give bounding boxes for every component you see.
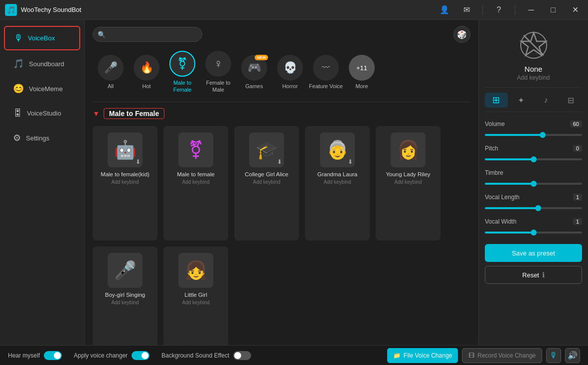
cat-horror-circle: 💀 bbox=[277, 55, 303, 81]
reset-button[interactable]: Reset ℹ bbox=[485, 266, 582, 284]
cat-more[interactable]: +11 More bbox=[344, 53, 380, 91]
card-keybind-m2f-kid[interactable]: Add keybind bbox=[111, 179, 139, 185]
section-arrow[interactable]: ▼ bbox=[93, 110, 100, 118]
voice-card-college-girl[interactable]: 🎓 ⬇ College Girl Alice Add keybind bbox=[234, 126, 299, 241]
download-icon-2: ⬇ bbox=[277, 158, 282, 165]
bg-sound-toggle[interactable] bbox=[233, 351, 251, 360]
card-keybind-young-lady[interactable]: Add keybind bbox=[394, 179, 422, 185]
voice-card-m2f[interactable]: ⚧ Male to female Add keybind bbox=[163, 126, 228, 241]
voice-card-m2f-kid[interactable]: 🤖 ⬇ Male to female(kid) Add keybind bbox=[93, 126, 157, 241]
voice-card-young-lady[interactable]: 👩 Young Lady Riley Add keybind bbox=[376, 126, 441, 241]
cat-hot[interactable]: 🔥 Hot bbox=[129, 53, 164, 91]
voice-card-grandma[interactable]: 👵 ⬇ Grandma Laura Add keybind bbox=[305, 126, 370, 241]
search-wrap: 🔍 bbox=[93, 27, 202, 42]
help-icon[interactable]: ? bbox=[491, 2, 507, 18]
vocal-width-value: 1 bbox=[573, 218, 582, 225]
hear-myself-thumb bbox=[54, 352, 61, 359]
card-keybind-grandma[interactable]: Add keybind bbox=[323, 179, 351, 185]
main-layout: 🎙 VoiceBox 🎵 Soundboard 😊 VoiceMeme 🎛 Vo… bbox=[0, 20, 588, 365]
vocal-length-slider[interactable] bbox=[485, 207, 582, 209]
random-button[interactable]: 🎲 bbox=[453, 26, 470, 43]
vocal-width-label: Vocal Width bbox=[485, 218, 516, 225]
cat-more-circle: +11 bbox=[349, 55, 375, 81]
sidebar-label-voicememe: VoiceMeme bbox=[29, 85, 63, 93]
bg-sound-control: Background Sound Effect bbox=[161, 351, 251, 360]
tab-eq[interactable]: ⊟ bbox=[559, 93, 582, 108]
vocal-width-slider[interactable] bbox=[485, 232, 582, 234]
new-badge: NEW bbox=[255, 55, 268, 60]
cat-feature-voice[interactable]: 〰 Feature Voice bbox=[308, 53, 344, 91]
cat-all[interactable]: 🎤 All bbox=[93, 53, 129, 91]
volume-slider-row: Volume 60 bbox=[485, 121, 582, 138]
apply-voice-toggle[interactable] bbox=[132, 351, 149, 360]
cat-all-circle: 🎤 bbox=[98, 55, 124, 81]
section-header: ▼ Male to Female bbox=[85, 104, 478, 122]
tab-music[interactable]: ♪ bbox=[535, 93, 558, 108]
search-icon: 🔍 bbox=[98, 31, 106, 38]
right-panel: None Add keybind ⊞ ✦ ♪ ⊟ Volume 60 Pitch… bbox=[478, 20, 588, 365]
cat-all-label: All bbox=[108, 83, 114, 89]
voice-card-boy-girl-singing[interactable]: 🎤 Boy-girl Singing Add keybind bbox=[93, 246, 157, 361]
card-img-little-girl: 👧 bbox=[178, 253, 213, 288]
hear-myself-label: Hear myself bbox=[8, 352, 40, 359]
info-icon: ℹ bbox=[542, 271, 545, 279]
card-keybind-boy-girl[interactable]: Add keybind bbox=[111, 300, 139, 305]
tab-effects[interactable]: ✦ bbox=[510, 93, 533, 108]
cat-female-to-male[interactable]: ♀ Female toMale bbox=[200, 49, 236, 96]
sidebar-item-voicebox[interactable]: 🎙 VoiceBox bbox=[4, 26, 80, 50]
soundboard-icon: 🎵 bbox=[13, 58, 24, 69]
titlebar-controls: 👤 ✉ ? ─ □ ✕ bbox=[437, 2, 583, 18]
sidebar-item-soundboard[interactable]: 🎵 Soundboard bbox=[4, 52, 80, 75]
mail-icon[interactable]: ✉ bbox=[458, 2, 474, 18]
card-keybind-college-girl[interactable]: Add keybind bbox=[253, 179, 280, 185]
sidebar-item-settings[interactable]: ⚙ Settings bbox=[4, 126, 80, 149]
voice-card-little-girl[interactable]: 👧 Little Girl Add keybind bbox=[163, 246, 228, 361]
cat-games[interactable]: 🎮 NEW Games bbox=[236, 53, 272, 91]
minimize-button[interactable]: ─ bbox=[523, 2, 539, 18]
cat-m2f-circle: ⚧ bbox=[169, 51, 195, 77]
titlebar: 🎵 WooTechy SoundBot 👤 ✉ ? ─ □ ✕ bbox=[0, 0, 588, 20]
microphone-button[interactable]: 🎙 bbox=[546, 348, 561, 363]
voicestudio-icon: 🎛 bbox=[13, 108, 22, 119]
card-keybind-m2f[interactable]: Add keybind bbox=[182, 179, 209, 185]
preset-keybind[interactable]: Add keybind bbox=[517, 74, 550, 81]
cat-male-to-female[interactable]: ⚧ Male toFemale bbox=[164, 49, 200, 96]
sidebar-item-voicememe[interactable]: 😊 VoiceMeme bbox=[4, 77, 80, 100]
timbre-slider[interactable] bbox=[485, 183, 582, 185]
volume-value: 60 bbox=[570, 121, 582, 127]
sidebar: 🎙 VoiceBox 🎵 Soundboard 😊 VoiceMeme 🎛 Vo… bbox=[0, 20, 85, 365]
maximize-button[interactable]: □ bbox=[545, 2, 561, 18]
sidebar-item-voicestudio[interactable]: 🎛 VoiceStudio bbox=[4, 102, 80, 124]
vocal-width-slider-row: Vocal Width 1 bbox=[485, 218, 582, 236]
pitch-slider[interactable] bbox=[485, 158, 582, 160]
cat-more-label: More bbox=[355, 83, 368, 89]
pitch-label: Pitch bbox=[485, 145, 498, 152]
download-icon: ⬇ bbox=[136, 158, 141, 165]
main-content: 🔍 🎲 🎤 All 🔥 Hot ⚧ Male toFemale ♀ Female… bbox=[85, 20, 478, 365]
voice-grid: 🤖 ⬇ Male to female(kid) Add keybind ⚧ Ma… bbox=[85, 122, 478, 365]
record-voice-change-button[interactable]: 🎞 Record Voice Change bbox=[462, 348, 542, 363]
cat-horror[interactable]: 💀 Horror bbox=[272, 53, 308, 91]
card-img-boy-girl: 🎤 bbox=[108, 253, 143, 288]
card-name-young-lady: Young Lady Riley bbox=[386, 171, 430, 177]
speaker-button[interactable]: 🔊 bbox=[565, 348, 580, 363]
hear-myself-toggle[interactable] bbox=[44, 351, 62, 360]
save-preset-button[interactable]: Save as preset bbox=[485, 244, 582, 262]
volume-slider[interactable] bbox=[485, 134, 582, 136]
cat-hot-circle: 🔥 bbox=[134, 55, 159, 81]
search-input[interactable] bbox=[93, 27, 202, 42]
user-icon[interactable]: 👤 bbox=[437, 2, 452, 18]
bg-sound-thumb bbox=[234, 352, 241, 359]
cat-hot-label: Hot bbox=[142, 83, 150, 89]
tab-general[interactable]: ⊞ bbox=[485, 93, 508, 108]
divider bbox=[93, 102, 470, 102]
pitch-value: 0 bbox=[573, 145, 582, 152]
card-name-college-girl: College Girl Alice bbox=[245, 171, 289, 177]
card-img-young-lady: 👩 bbox=[391, 132, 426, 167]
card-img-m2f-kid: 🤖 ⬇ bbox=[108, 132, 143, 167]
preset-area: None Add keybind bbox=[485, 28, 582, 88]
close-button[interactable]: ✕ bbox=[567, 2, 583, 18]
file-voice-change-button[interactable]: 📁 File Voice Change bbox=[387, 348, 458, 363]
categories: 🎤 All 🔥 Hot ⚧ Male toFemale ♀ Female toM… bbox=[85, 47, 478, 100]
card-keybind-little-girl[interactable]: Add keybind bbox=[182, 300, 209, 305]
